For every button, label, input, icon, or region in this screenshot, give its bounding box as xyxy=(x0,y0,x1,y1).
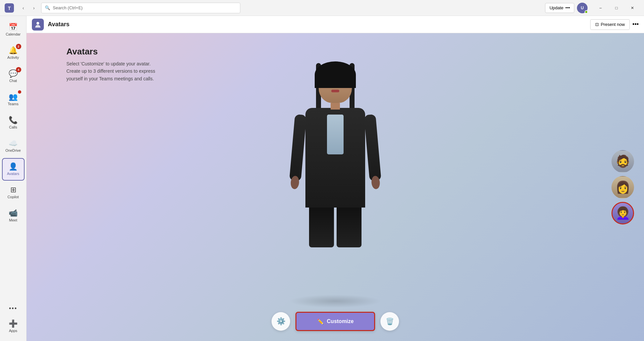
update-button[interactable]: Update ••• xyxy=(545,3,574,13)
avatar-floor-shadow xyxy=(289,295,382,308)
sidebar-item-calls[interactable]: 📞 Calls xyxy=(2,112,25,134)
present-now-label: Present now xyxy=(601,22,625,27)
sidebar-item-avatars[interactable]: 👤 Avatars xyxy=(2,158,25,181)
meet-icon: 📹 xyxy=(9,210,18,217)
sidebar-item-teams[interactable]: 👥 Teams xyxy=(2,88,25,111)
sidebar-item-calendar[interactable]: 📅 Calendar xyxy=(2,19,25,41)
forward-button[interactable]: › xyxy=(29,3,39,13)
teams-badge xyxy=(18,90,21,94)
avatar-info: Avatars Select 'Customize' to update you… xyxy=(66,46,155,82)
more-button[interactable]: ••• xyxy=(2,302,25,315)
sidebar-label-calendar: Calendar xyxy=(6,32,21,36)
back-button[interactable]: ‹ xyxy=(19,3,28,13)
teams-icon: 👥 xyxy=(9,93,18,101)
sidebar-label-meet: Meet xyxy=(9,218,17,222)
svg-point-2 xyxy=(37,22,39,25)
window-controls: – □ ✕ xyxy=(593,3,640,13)
sidebar-label-teams: Teams xyxy=(8,102,18,106)
minimize-button[interactable]: – xyxy=(593,3,608,13)
sidebar-item-onedrive[interactable]: ☁️ OneDrive xyxy=(2,135,25,157)
sidebar-label-calls: Calls xyxy=(9,125,17,129)
title-bar-actions: Update ••• U – □ ✕ xyxy=(545,3,640,13)
onedrive-icon: ☁️ xyxy=(9,140,18,147)
delete-button[interactable]: 🗑️ xyxy=(380,312,399,331)
update-label: Update xyxy=(549,5,563,10)
avatar-thumb-2-icon: 👩 xyxy=(615,180,630,194)
nav-buttons: ‹ › xyxy=(19,3,39,13)
avatar-thumb-3-icon: 👩‍🦱 xyxy=(615,206,630,220)
chat-badge: 4 xyxy=(16,67,21,72)
teams-logo: T xyxy=(4,3,15,13)
avatar-panel: 🧔 👩 👩‍🦱 xyxy=(611,150,634,224)
present-now-button[interactable]: ⊡ Present now xyxy=(590,19,630,30)
avatar-thumb-1-icon: 🧔 xyxy=(615,154,630,168)
activity-badge: 2 xyxy=(16,44,21,49)
avatar-thumb-1[interactable]: 🧔 xyxy=(611,150,634,173)
search-icon: 🔍 xyxy=(45,5,50,10)
avatars-icon: 👤 xyxy=(9,163,18,170)
sidebar-item-copilot[interactable]: ⊞ Copilot xyxy=(2,181,25,204)
avatar-page-title: Avatars xyxy=(66,46,155,57)
avatar-desc-line3: yourself in your Teams meetings and call… xyxy=(66,75,155,82)
app-title: Avatars xyxy=(48,21,69,28)
sidebar-label-avatars: Avatars xyxy=(7,172,19,176)
maximize-button[interactable]: □ xyxy=(609,3,624,13)
search-placeholder: Search (Ctrl+E) xyxy=(53,5,83,10)
sidebar-item-activity[interactable]: 2 🔔 Activity xyxy=(2,42,25,64)
sidebar-item-meet[interactable]: 📹 Meet xyxy=(2,205,25,227)
copilot-icon: ⊞ xyxy=(10,186,16,194)
sidebar-label-activity: Activity xyxy=(7,55,19,59)
avatar-3d-model xyxy=(285,63,385,269)
app-header-icon xyxy=(32,19,44,31)
close-button[interactable]: ✕ xyxy=(625,3,640,13)
settings-icon: ⚙️ xyxy=(277,317,285,326)
avatar-desc-line2: Create up to 3 different versions to exp… xyxy=(66,67,155,75)
pencil-icon: ✏️ xyxy=(317,318,324,325)
content-area: Avatars ⊡ Present now ••• Avatars Select… xyxy=(27,16,644,341)
svg-text:T: T xyxy=(8,6,11,11)
avatar-bottom-controls: ⚙️ ✏️ Customize 🗑️ xyxy=(272,312,399,331)
left-arm xyxy=(289,114,306,181)
apps-icon: ➕ xyxy=(9,320,18,327)
main-layout: 📅 Calendar 2 🔔 Activity 4 💬 Chat 👥 Teams… xyxy=(0,16,644,341)
avatar-thumb-3[interactable]: 👩‍🦱 xyxy=(611,202,634,224)
delete-icon: 🗑️ xyxy=(386,317,394,325)
title-bar: T ‹ › 🔍 Search (Ctrl+E) Update ••• U – □… xyxy=(0,0,644,16)
search-bar[interactable]: 🔍 Search (Ctrl+E) xyxy=(41,3,240,13)
avatar[interactable]: U xyxy=(577,3,588,13)
calls-icon: 📞 xyxy=(9,117,18,124)
sidebar: 📅 Calendar 2 🔔 Activity 4 💬 Chat 👥 Teams… xyxy=(0,16,27,341)
customize-button[interactable]: ✏️ Customize xyxy=(295,312,375,331)
present-now-icon: ⊡ xyxy=(595,22,599,27)
avatar-thumb-2[interactable]: 👩 xyxy=(611,176,634,199)
avatar-content: Avatars Select 'Customize' to update you… xyxy=(27,33,644,341)
sidebar-label-chat: Chat xyxy=(9,79,17,83)
sidebar-item-apps[interactable]: ➕ Apps xyxy=(2,315,25,338)
avatar-desc-line1: Select 'Customize' to update your avatar… xyxy=(66,60,155,67)
customize-label: Customize xyxy=(327,318,354,324)
app-header: Avatars ⊡ Present now ••• xyxy=(27,16,644,33)
sidebar-label-onedrive: OneDrive xyxy=(5,148,21,152)
avatar-body xyxy=(305,108,365,208)
online-badge xyxy=(585,10,588,14)
app-header-actions: ⊡ Present now ••• xyxy=(590,19,639,30)
settings-button[interactable]: ⚙️ xyxy=(272,312,290,331)
update-ellipsis: ••• xyxy=(565,5,570,10)
sidebar-label-apps: Apps xyxy=(9,329,17,333)
avatar-figure xyxy=(269,60,402,272)
calendar-icon: 📅 xyxy=(9,24,18,31)
sidebar-item-chat[interactable]: 4 💬 Chat xyxy=(2,65,25,88)
right-arm xyxy=(364,114,381,181)
more-options-button[interactable]: ••• xyxy=(632,21,639,28)
sidebar-label-copilot: Copilot xyxy=(7,195,19,199)
